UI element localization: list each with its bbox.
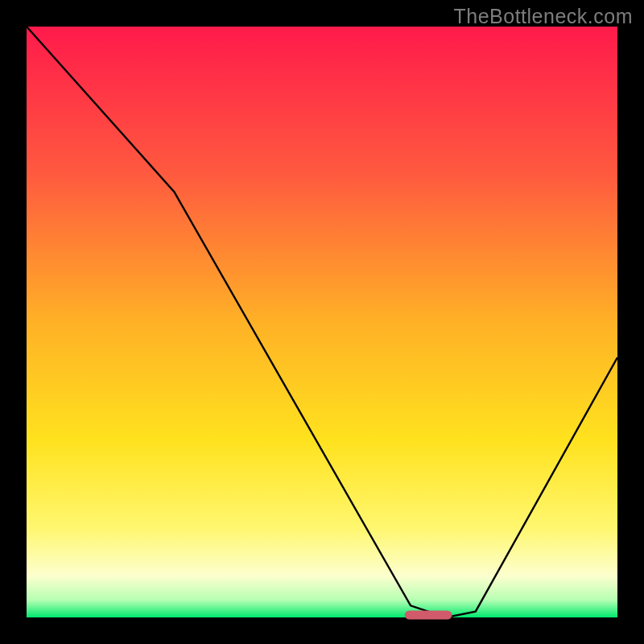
watermark-text: TheBottleneck.com	[454, 5, 634, 28]
bottleneck-chart	[0, 0, 644, 644]
plot-background	[27, 27, 617, 617]
chart-frame: TheBottleneck.com	[0, 0, 644, 644]
optimal-marker	[405, 610, 452, 619]
